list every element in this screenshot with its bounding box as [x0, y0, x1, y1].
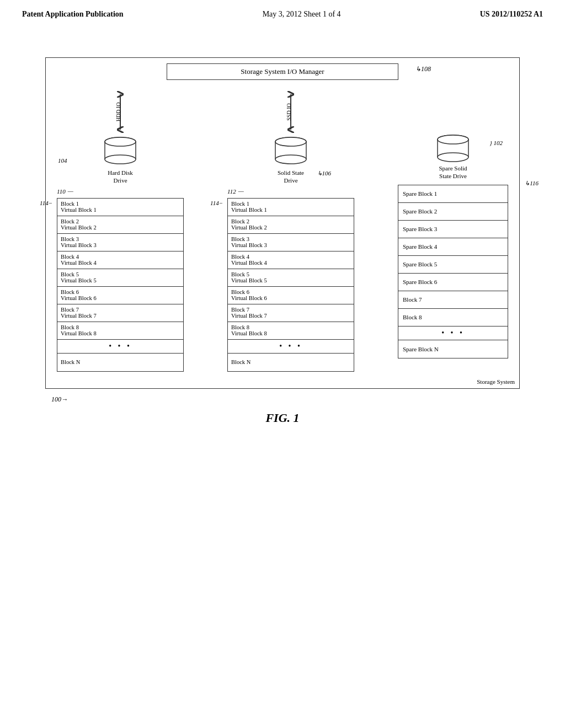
spare-column: } 102 Spare Solid State Drive [398, 90, 508, 372]
ssd-drive-row: Solid State Drive ↳106 [227, 136, 354, 185]
ref-112: 112 [227, 188, 236, 195]
figure-area: FIG. 1 [0, 411, 565, 425]
hdd-io-arrow: HDD IO [109, 90, 131, 134]
io-manager-box: Storage System I/O Manager ↳108 [167, 63, 398, 80]
hdd-drive-row: 104 Hard Disk Dri [57, 136, 184, 185]
spare-block-list: Spare Block 1 Spare Block 2 Spare Block … [398, 185, 508, 358]
hdd-block-row-3: Block 3 Virtual Block 3 [57, 234, 183, 251]
spare-block-n: Spare Block N [398, 340, 508, 358]
ref-104: 104 [58, 157, 67, 164]
hdd-cylinder-svg [101, 136, 140, 167]
ssd-dots: • • • [228, 340, 354, 354]
spare-block-row-5: Spare Block 5 [398, 256, 508, 274]
svg-point-20 [438, 153, 468, 162]
hdd-cylinder-icon: Hard Disk Drive [101, 136, 140, 185]
svg-point-7 [105, 137, 136, 146]
hdd-block-row-4: Block 4 Virtual Block 4 [57, 251, 183, 269]
ssd-block-row-6: Block 6 Virtual Block 6 [228, 287, 354, 304]
diagram-area: Storage System I/O Manager ↳108 [45, 57, 520, 389]
hdd-column: HDD IO 104 [57, 90, 184, 372]
ref-110: 110 [57, 188, 66, 195]
ssd-block-row-1: 114− Block 1 Virtual Block 1 [228, 199, 354, 216]
storage-system-label: Storage System [477, 378, 515, 385]
hdd-ref-110-row: 110 — [57, 188, 184, 195]
header-right: US 2012/110252 A1 [480, 10, 543, 19]
outer-box: Storage System I/O Manager ↳108 [45, 57, 520, 389]
spare-block-row-1: Spare Block 1 [398, 185, 508, 203]
hdd-block-row-1: 114− Block 1 Virtual Block 1 [57, 199, 183, 216]
ref-100: 100→ [51, 395, 68, 404]
hdd-block-list: 114− Block 1 Virtual Block 1 Block 2 Vir… [57, 198, 184, 372]
hdd-block-row-2: Block 2 Virtual Block 2 [57, 216, 183, 234]
columns-area: HDD IO 104 [51, 90, 514, 372]
ssd-block-row-5: Block 5 Virtual Block 5 [228, 269, 354, 287]
svg-point-14 [275, 155, 306, 164]
hdd-block-row-6: Block 6 Virtual Block 6 [57, 287, 183, 304]
ssd-block-row-3: Block 3 Virtual Block 3 [228, 234, 354, 251]
ssd-cylinder-icon: Solid State Drive ↳106 [271, 136, 310, 185]
ssd-block-row-7: Block 7 Virtual Block 7 [228, 304, 354, 322]
ref-114-ssd: 114− [210, 200, 223, 206]
spare-block-row-6: Spare Block 6 [398, 274, 508, 291]
ssd-drive-label: Solid State Drive [271, 169, 310, 185]
ssd-block-n: Block N [228, 354, 354, 371]
spare-drive-label: Spare Solid State Drive [439, 164, 467, 180]
figure-label: FIG. 1 [0, 411, 565, 425]
spare-block-row-3: Spare Block 3 [398, 221, 508, 238]
hdd-block-row-8: Block 8 Virtual Block 8 [57, 322, 183, 340]
ssd-block-row-8: Block 8 Virtual Block 8 [228, 322, 354, 340]
hdd-block-n: Block N [57, 354, 183, 371]
ssd-ref-112-row: 112 — [227, 188, 354, 195]
io-manager-label: Storage System I/O Manager [241, 67, 324, 76]
hdd-block-list-container: 110 — 114− Block 1 Virtual Block 1 Block… [57, 188, 184, 372]
ssd-block-row-2: Block 2 Virtual Block 2 [228, 216, 354, 234]
spare-block-row-4: Spare Block 4 [398, 238, 508, 256]
ref-108: ↳108 [415, 65, 431, 73]
hdd-io-svg: HDD IO [109, 90, 131, 134]
svg-text:SSD IO: SSD IO [286, 103, 292, 120]
ssd-cylinder-svg [271, 136, 310, 167]
hdd-block-row-5: Block 5 Virtual Block 5 [57, 269, 183, 287]
svg-point-6 [105, 155, 136, 164]
ssd-block-row-4: Block 4 Virtual Block 4 [228, 251, 354, 269]
header-left: Patent Application Publication [22, 10, 124, 19]
ssd-block-list-container: 112 — 114− Block 1 Virtual Block 1 Block… [227, 188, 354, 372]
page-header: Patent Application Publication May 3, 20… [0, 0, 565, 24]
svg-point-21 [438, 135, 468, 144]
spare-block-row-7: Block 7 [398, 291, 508, 309]
ssd-column: SSD IO [227, 90, 354, 372]
spare-cylinder-svg [434, 134, 472, 164]
header-center: May 3, 2012 Sheet 1 of 4 [263, 10, 341, 19]
spare-block-row-8: Block 8 [398, 309, 508, 326]
ssd-io-svg: SSD IO [280, 90, 302, 134]
spare-dots: • • • [398, 326, 508, 340]
svg-text:HDD IO: HDD IO [115, 103, 121, 122]
ssd-io-arrow: SSD IO [280, 90, 302, 134]
spare-drive-row: } 102 Spare Solid State Drive [434, 134, 472, 180]
svg-point-15 [275, 137, 306, 146]
ssd-block-list: 114− Block 1 Virtual Block 1 Block 2 Vir… [227, 198, 354, 372]
ref-102: } 102 [489, 140, 503, 146]
hdd-dots: • • • [57, 340, 183, 354]
spare-block-list-container: ↳116 Spare Block 1 Spare Block 2 Spare B… [398, 184, 508, 358]
hdd-drive-label: Hard Disk Drive [101, 169, 140, 185]
ref-114-hdd: 114− [40, 200, 52, 206]
ref-116: ↳116 [525, 180, 539, 187]
ref-106: ↳106 [317, 170, 332, 177]
spare-block-row-2: Spare Block 2 [398, 203, 508, 221]
hdd-block-row-7: Block 7 Virtual Block 7 [57, 304, 183, 322]
